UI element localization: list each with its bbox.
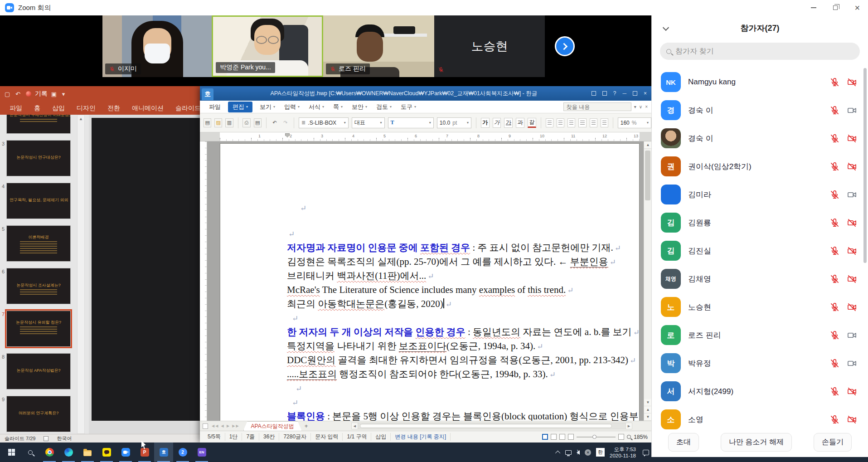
video-tile-active-speaker[interactable]: 박영준 Park you... [212, 15, 323, 77]
hwp-menu-쪽[interactable]: 쪽▾ [329, 102, 347, 112]
network-icon[interactable] [565, 450, 572, 455]
align-distribute-icon[interactable] [590, 118, 597, 127]
find-input[interactable] [563, 102, 631, 111]
hwp-menu-파일[interactable]: 파일 [204, 102, 225, 112]
participant-row[interactable]: 채영 김채영 [652, 265, 863, 293]
tray-expand-icon[interactable] [555, 450, 560, 455]
participant-row[interactable]: 경숙 이 [652, 124, 863, 152]
taskbar-endnote-icon[interactable]: EN [192, 443, 211, 462]
hwp-menu-편집[interactable]: 편집▾ [228, 102, 252, 112]
hwp-close-icon[interactable]: × [644, 90, 647, 97]
scroll-up-icon[interactable]: ▲ [644, 141, 651, 149]
taskbar-powerpoint-icon[interactable]: P [135, 443, 154, 462]
hwp-menu-입력[interactable]: 입력▾ [280, 102, 304, 112]
expand-icon[interactable] [592, 91, 596, 96]
zoom-in-icon[interactable] [618, 434, 624, 440]
scroll-down-icon[interactable]: ▼ [644, 399, 651, 406]
find-close-icon[interactable]: × [645, 104, 648, 109]
outline-select[interactable]: 대표▾ [352, 117, 385, 128]
scrollbar-thumb[interactable] [645, 151, 650, 200]
align-left-icon[interactable] [557, 118, 564, 127]
document-tab[interactable]: APA스타일작성법 [243, 421, 302, 431]
taskbar-zoom-app-icon[interactable] [116, 443, 135, 462]
slide-thumbnail[interactable]: 8 논문작성 APA작성법은? [0, 353, 76, 389]
close-button[interactable]: × [846, 0, 868, 15]
vertical-ruler[interactable] [200, 141, 207, 421]
taskbar-hancom-tool-icon[interactable]: 2 [173, 443, 192, 462]
view-mode-full-icon[interactable] [559, 434, 565, 440]
participant-row[interactable]: 노 노승현 [652, 293, 863, 321]
taskbar-explorer-icon[interactable] [78, 443, 97, 462]
scroll-left-icon[interactable]: ◀ [351, 423, 358, 429]
style-select[interactable]: ≣.S-LIB-BOX▾ [299, 117, 349, 128]
taskbar-search-icon[interactable] [21, 443, 40, 462]
notification-center-icon[interactable] [643, 450, 649, 455]
tab-list-icon[interactable] [203, 423, 208, 429]
chevron-down-icon[interactable] [663, 24, 669, 31]
zoom-level[interactable]: 185% [634, 434, 648, 440]
video-tile[interactable]: 이지미 [102, 15, 212, 77]
taskbar-edge-icon[interactable] [59, 443, 78, 462]
slide-thumbnail[interactable]: 논문작성시 주제선정이 어려운점은? [0, 115, 76, 134]
search-input[interactable] [675, 47, 853, 55]
slide-thumbnail[interactable]: 6 논문작성시 조사설계는? [0, 268, 76, 304]
help-icon[interactable]: ? [613, 90, 616, 97]
next-page-icon[interactable]: ▼ [644, 413, 651, 421]
video-tile[interactable]: 로즈 핀리 [323, 15, 434, 77]
status-x-icon[interactable]: × [585, 449, 591, 456]
document-page[interactable]: ↵↵저자명과 자료명이 인용문 중에 포함된 경우 : 주 표시 없이 참고문헌… [220, 143, 640, 421]
participant-row[interactable]: 박 박유정 [652, 349, 863, 377]
vertical-scrollbar[interactable]: ▲ ▼ ▲ ▼ [644, 141, 651, 421]
quick-access-icons[interactable]: ▢ ↶ [5, 91, 22, 97]
slide-thumbnail[interactable]: 7 논문작성시 유의할 점은? [0, 311, 76, 347]
font-size-stepper[interactable]: 10.0pt▾ [437, 117, 471, 128]
participant-row[interactable]: 김 김원룡 [652, 209, 863, 237]
minimize-button[interactable] [803, 0, 824, 15]
align-center-icon[interactable] [567, 118, 575, 127]
ribbon-tab-전환[interactable]: 전환 [102, 104, 126, 112]
line-spacing-stepper[interactable]: 160%▾ [618, 117, 651, 128]
participant-row[interactable]: 김미라 [652, 180, 863, 209]
ribbon-tab-디자인[interactable]: 디자인 [71, 104, 102, 112]
zoom-out-icon[interactable] [568, 434, 574, 440]
view-mode-page-icon[interactable] [542, 434, 548, 440]
align-justify-icon[interactable] [546, 118, 553, 127]
preview-icon[interactable]: ▤ [254, 118, 262, 127]
redo-icon[interactable]: ↷ [281, 118, 289, 127]
hwp-maximize-icon[interactable] [633, 91, 637, 96]
slide-thumbnail[interactable]: 3 논문작성시 연구대상은? [0, 140, 76, 176]
open-folder-icon[interactable]: ▨ [214, 118, 222, 127]
taskbar-clock[interactable]: 오후 7:53 2020-11-18 [610, 446, 636, 459]
find-next-icon[interactable]: ∨ [639, 104, 642, 109]
hwp-menu-서식[interactable]: 서식▾ [304, 102, 329, 112]
raise-hand-button[interactable]: 손들기 [814, 433, 852, 452]
slide-thumbnail[interactable]: 4 연구목적, 필요성, 문제제기 의의 [0, 183, 76, 219]
invite-button[interactable]: 초대 [668, 433, 699, 452]
italic-button[interactable]: 가 [493, 118, 501, 128]
taskbar-chrome-icon[interactable] [40, 443, 59, 462]
view-mode-wide-icon[interactable] [551, 434, 557, 440]
underline-button[interactable]: 가 [504, 118, 513, 128]
find-dropdown-icon[interactable]: ▾ [634, 104, 636, 109]
participant-row[interactable]: 소 소영 [652, 405, 863, 433]
document-text[interactable]: ↵↵저자명과 자료명이 인용문 중에 포함된 경우 : 주 표시 없이 참고문헌… [287, 144, 637, 421]
ime-korean-icon[interactable]: 한 [596, 448, 605, 457]
unmute-me-button[interactable]: 나만 음소거 해제 [721, 433, 792, 452]
participant-row[interactable]: 서 서지형(2499) [652, 377, 863, 405]
taskbar-hwp-icon[interactable]: 호 [154, 443, 173, 462]
hwp-minimize-icon[interactable]: ─ [622, 90, 626, 97]
video-tile-no-video[interactable]: 노승현 [434, 15, 545, 77]
split-icon[interactable] [602, 91, 607, 96]
slide-thumbnail[interactable]: 9 여러분의 연구계획은? [0, 396, 76, 432]
horizontal-ruler[interactable]: 12345678910111213 [200, 132, 651, 141]
zoom-slider[interactable] [577, 437, 616, 438]
zoom-slider-knob[interactable] [592, 435, 596, 439]
horizontal-scrollbar[interactable]: ◀ ▶ [351, 423, 632, 429]
hscroll-thumb[interactable] [360, 424, 612, 428]
participant-row[interactable]: 경 경숙 이 [652, 96, 863, 124]
participant-row[interactable]: 로 로즈 핀리 [652, 321, 863, 349]
spellcheck-icon[interactable] [44, 436, 48, 441]
participants-scrollbar[interactable] [863, 68, 867, 263]
restore-button[interactable] [824, 0, 846, 15]
hwp-titlebar[interactable]: 호 APA스타일작성법.hwp [C:₩Users₩OWNER₩NaverClo… [200, 86, 651, 101]
